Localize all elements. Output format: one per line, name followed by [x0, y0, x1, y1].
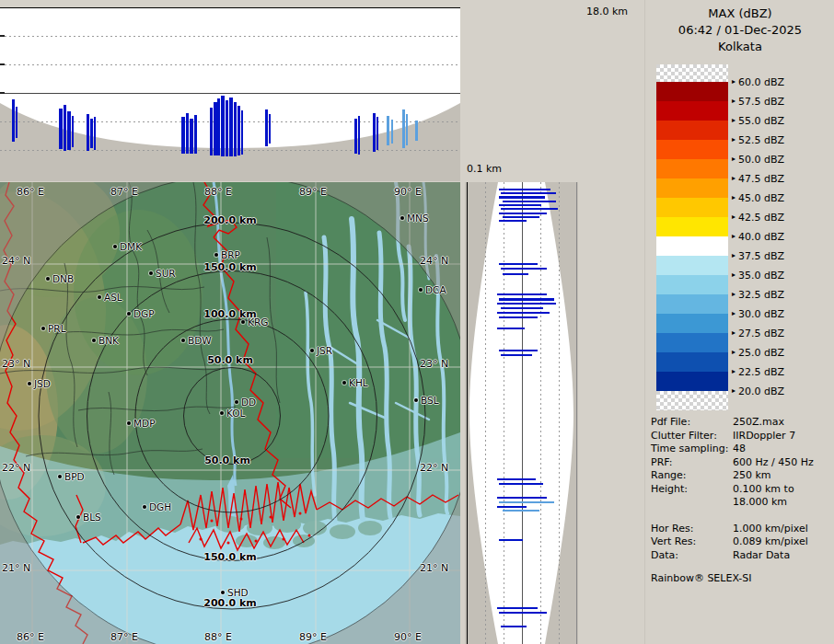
scale-label: ▸37.5 dBZ: [732, 249, 784, 262]
info-value: 250 km: [733, 469, 831, 483]
city-marker: BPD: [58, 471, 85, 482]
echo-bar: [217, 98, 220, 155]
info-value: 0.089 km/pixel: [733, 535, 831, 549]
echo-bar: [265, 109, 268, 146]
city-label: DGH: [149, 501, 171, 512]
info-row: Range:250 km: [651, 469, 831, 483]
station-name: Kolkata: [645, 39, 834, 55]
scale-label: ▸40.0 dBZ: [732, 230, 784, 243]
info-value: 1.000 km/pixel: [733, 523, 831, 536]
lon-label: 90° E: [394, 186, 422, 198]
lon-label: 87° E: [110, 186, 138, 198]
echo-bar: [501, 208, 558, 210]
info-key: Clutter Filter:: [651, 430, 733, 443]
scale-tick-icon: ▸: [732, 271, 736, 279]
lat-label: 21° N: [2, 562, 30, 574]
echo-bar: [499, 539, 523, 541]
top-height-profile-panel: [0, 0, 460, 181]
scale-tick-icon: ▸: [732, 368, 736, 375]
scale-swatch: [656, 256, 728, 275]
city-label: BDW: [188, 335, 212, 346]
echo-bar: [501, 626, 527, 627]
echo-bar: [501, 268, 547, 270]
scale-swatch: [656, 82, 728, 101]
city-marker: JSD: [28, 378, 51, 389]
city-dot-icon: [28, 382, 31, 385]
echo-bar: [499, 213, 547, 214]
city-dot-icon: [76, 515, 80, 519]
scale-label-text: 57.5 dBZ: [738, 96, 784, 108]
city-marker: KOL: [220, 408, 245, 419]
scale-label-text: 25.0 dBZ: [738, 347, 784, 359]
city-marker: MDP: [127, 418, 155, 429]
legend-header: MAX (dBZ) 06:42 / 01-Dec-2025 Kolkata: [645, 6, 834, 55]
scale-tick-icon: ▸: [732, 310, 736, 317]
range-ring-label: 50.0 km: [204, 454, 250, 466]
scale-tick-icon: ▸: [732, 117, 736, 124]
info-value: Radar Data: [733, 549, 831, 563]
city-label: DGP: [133, 308, 155, 319]
scale-label-text: 37.5 dBZ: [738, 250, 784, 262]
city-marker: PRL: [41, 323, 65, 334]
city-label: MNS: [407, 213, 429, 224]
scale-label-text: 52.5 dBZ: [738, 134, 784, 146]
info-value: 48: [733, 443, 831, 456]
scale-label-text: 45.0 dBZ: [738, 192, 784, 204]
scale-swatch: [656, 140, 728, 159]
city-dot-icon: [220, 411, 224, 415]
scale-label-text: 40.0 dBZ: [738, 231, 784, 243]
city-label: BRP: [221, 249, 240, 260]
echo-bar: [229, 98, 233, 156]
city-marker: JSR: [310, 345, 332, 356]
scale-tick-icon: ▸: [732, 78, 736, 86]
echo-bar: [497, 293, 547, 295]
city-dot-icon: [149, 271, 153, 275]
range-ring-label: 200.0 km: [203, 597, 256, 609]
city-marker: BDW: [181, 335, 212, 346]
city-label: MDP: [133, 418, 155, 429]
echo-bar: [503, 273, 528, 275]
scale-label-text: 32.5 dBZ: [738, 289, 784, 301]
echo-bar: [181, 117, 185, 154]
city-label: DNB: [52, 273, 74, 284]
echo-bar: [499, 612, 547, 614]
echo-bar: [501, 354, 532, 356]
echo-bar: [406, 114, 408, 145]
echo-bar: [503, 216, 539, 218]
radar-map: 86° E86° E87° E87° E88° E88° E89° E89° E…: [0, 182, 460, 644]
echo-bar: [499, 483, 543, 485]
scale-label: ▸20.0 dBZ: [732, 385, 784, 397]
city-label: SUR: [156, 268, 176, 279]
city-label: PRL: [48, 323, 65, 334]
scale-label: ▸60.0 dBZ: [732, 75, 784, 88]
city-marker: SUR: [149, 268, 176, 279]
scale-label-text: 20.0 dBZ: [738, 385, 784, 397]
echo-bar: [67, 111, 71, 150]
info-row: Data:Radar Data: [651, 549, 831, 563]
city-marker: BLS: [76, 512, 101, 523]
product-title: MAX (dBZ): [645, 6, 834, 22]
scale-swatch: [656, 275, 728, 294]
echo-bar: [12, 99, 15, 142]
city-dot-icon: [41, 327, 45, 330]
info-row: Height:0.100 km to 18.000 km: [651, 483, 831, 510]
city-dot-icon: [214, 253, 218, 257]
echo-bar: [499, 298, 554, 301]
echo-bar: [376, 117, 378, 150]
info-row: PRF:600 Hz / 450 Hz: [651, 456, 831, 470]
city-label: ASL: [104, 292, 122, 303]
lat-label: 24° N: [420, 255, 448, 267]
range-ring-label: 50.0 km: [207, 354, 253, 366]
echo-bar: [497, 328, 525, 329]
echo-bar: [497, 506, 527, 508]
info-key: PRF:: [651, 456, 733, 470]
echo-bar: [499, 316, 538, 318]
city-label: BNK: [98, 335, 119, 346]
legend-panel: MAX (dBZ) 06:42 / 01-Dec-2025 Kolkata ▸6…: [644, 0, 834, 644]
echo-bar: [237, 106, 240, 155]
city-dot-icon: [98, 295, 101, 299]
scale-label-text: 35.0 dBZ: [738, 270, 784, 282]
echo-bar: [499, 204, 541, 206]
info-row: Time sampling:48: [651, 443, 831, 456]
city-marker: MNS: [400, 213, 429, 224]
